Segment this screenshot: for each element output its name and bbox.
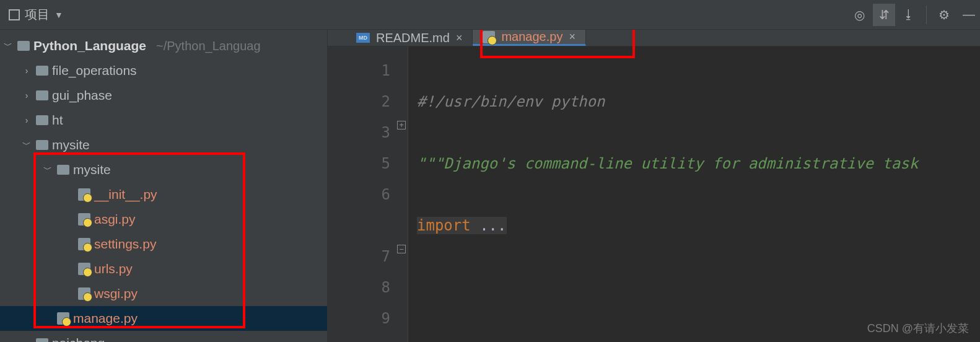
chevron-down-icon[interactable]: ﹀ — [42, 164, 53, 175]
editor-pane: MD README.md × manage.py × 1 2 3 5 6 7 8 — [328, 30, 980, 342]
folder-icon — [36, 66, 48, 76]
fold-collapse-icon[interactable]: − — [397, 245, 406, 253]
python-file-icon — [78, 263, 90, 275]
fold-expand-icon[interactable]: + — [397, 121, 406, 129]
tree-item-label: mysite — [73, 162, 111, 177]
folder-icon — [17, 41, 30, 51]
chevron-right-icon[interactable]: › — [21, 115, 32, 125]
project-dropdown[interactable]: 项目 ▼ — [0, 2, 72, 27]
tree-file[interactable]: › settings.py — [0, 232, 327, 256]
python-file-icon — [78, 238, 90, 250]
editor-body: 1 2 3 5 6 7 8 9 10 + − #!/usr/bin/env py… — [328, 46, 980, 342]
project-label: 项目 — [25, 6, 50, 23]
tree-file[interactable]: › urls.py — [0, 256, 327, 281]
line-number: 6 — [328, 179, 390, 210]
hide-panel-icon[interactable]: — — [958, 4, 980, 26]
tree-folder[interactable]: › gui_phase — [0, 83, 327, 108]
line-number-gutter: 1 2 3 5 6 7 8 9 10 + − — [328, 46, 408, 342]
editor-tab-manage[interactable]: manage.py × — [473, 30, 585, 46]
line-number — [328, 210, 390, 241]
tree-root-path: ~/Python_Languag — [156, 39, 261, 53]
python-file-icon — [78, 188, 90, 201]
project-panel-icon — [9, 9, 20, 20]
tree-file[interactable]: › wsgi.py — [0, 281, 327, 306]
tree-item-label: manage.py — [73, 311, 138, 326]
python-file-icon — [57, 312, 69, 325]
chevron-right-icon[interactable]: › — [21, 66, 32, 76]
toolbar-icons: ◎ ⇵ ⭳ ⚙ — — [848, 4, 980, 26]
line-number: 7 — [328, 241, 390, 272]
line-number: 9 — [328, 303, 390, 334]
settings-gear-icon[interactable]: ⚙ — [933, 4, 955, 26]
chevron-down-icon[interactable]: ﹀ — [21, 139, 32, 151]
tree-folder[interactable]: › ht — [0, 108, 327, 133]
code-area[interactable]: #!/usr/bin/env python """Django's comman… — [408, 46, 980, 342]
tree-item-label: urls.py — [94, 261, 133, 276]
editor-tab-readme[interactable]: MD README.md × — [346, 30, 473, 46]
folder-icon — [57, 165, 69, 175]
tree-folder[interactable]: › file_operations — [0, 58, 327, 83]
tree-folder[interactable]: ﹀ mysite — [0, 157, 327, 182]
tree-item-label: ht — [52, 113, 63, 128]
tree-item-label: settings.py — [94, 237, 156, 252]
code-text: Django's command-line utility for admini… — [444, 155, 918, 172]
tree-item-label: asgi.py — [94, 212, 136, 227]
folder-icon — [36, 140, 48, 150]
markdown-file-icon: MD — [356, 33, 370, 43]
tree-file[interactable]: › asgi.py — [0, 207, 327, 232]
project-tree[interactable]: ﹀ Python_Language ~/Python_Languag › fil… — [0, 30, 327, 342]
chevron-down-icon: ▼ — [55, 10, 63, 20]
tree-item-label: mysite — [52, 138, 90, 152]
collapse-icon[interactable]: ⇵ — [873, 4, 895, 26]
tree-item-label: wsgi.py — [94, 286, 138, 301]
folder-icon — [36, 115, 48, 125]
line-number: 1 — [328, 55, 390, 86]
python-file-icon — [78, 287, 90, 300]
project-tree-panel: ﹀ Python_Language ~/Python_Languag › fil… — [0, 30, 328, 342]
tree-root[interactable]: ﹀ Python_Language ~/Python_Languag — [0, 33, 327, 58]
close-icon[interactable]: × — [569, 30, 575, 43]
line-number: 5 — [328, 148, 390, 179]
toolbar-divider — [926, 6, 927, 24]
code-text: """ — [417, 155, 444, 172]
code-text: import — [417, 217, 471, 234]
tab-label: README.md — [376, 31, 450, 45]
tree-file-selected[interactable]: › manage.py — [0, 306, 327, 331]
tree-item-label: __init__.py — [94, 187, 157, 202]
line-number: 2 — [328, 86, 390, 117]
chevron-right-icon[interactable]: › — [21, 338, 32, 342]
line-number: 10 — [328, 334, 390, 342]
python-file-icon — [78, 213, 90, 226]
chevron-right-icon[interactable]: › — [21, 90, 32, 100]
code-text: ... — [471, 217, 507, 234]
close-icon[interactable]: × — [456, 32, 463, 45]
tree-item-label: file_operations — [52, 63, 137, 78]
tree-folder[interactable]: ﹀ mysite — [0, 133, 327, 157]
line-number: 3 — [328, 117, 390, 148]
code-text: #!/usr/bin/env python — [417, 93, 605, 110]
folder-icon — [36, 338, 48, 342]
tree-root-label: Python_Language — [33, 38, 146, 53]
expand-all-icon[interactable]: ⭳ — [898, 4, 920, 26]
project-toolbar: 项目 ▼ ◎ ⇵ ⭳ ⚙ — — [0, 0, 980, 30]
folder-icon — [36, 90, 48, 100]
watermark-text: CSDN @有请小发菜 — [867, 321, 969, 336]
main-content: ﹀ Python_Language ~/Python_Languag › fil… — [0, 30, 980, 342]
tree-item-label: gui_phase — [52, 88, 112, 103]
target-icon[interactable]: ◎ — [848, 4, 870, 26]
python-file-icon — [483, 31, 495, 43]
tab-label: manage.py — [501, 30, 562, 44]
editor-tabstrip: MD README.md × manage.py × — [328, 30, 980, 46]
line-number: 8 — [328, 272, 390, 303]
chevron-down-icon[interactable]: ﹀ — [2, 40, 14, 51]
tree-file[interactable]: › __init__.py — [0, 182, 327, 207]
tree-item-label: paichong — [52, 336, 105, 342]
tree-folder[interactable]: › paichong — [0, 331, 327, 342]
